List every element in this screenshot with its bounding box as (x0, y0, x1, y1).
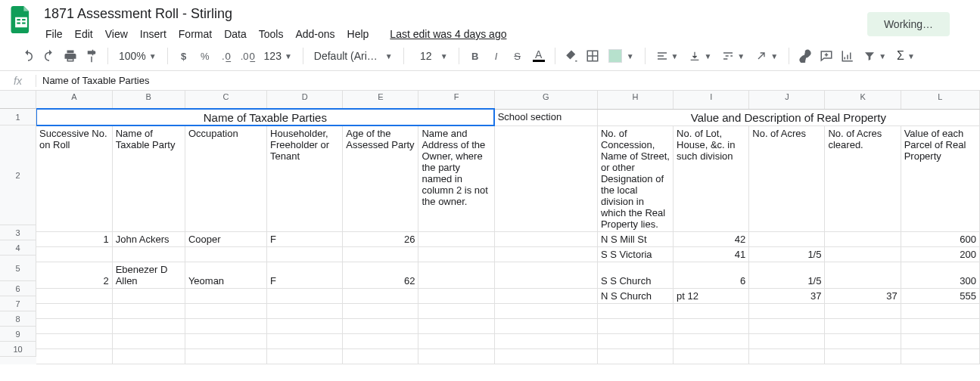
cell[interactable] (36, 333, 112, 348)
more-formats-dropdown[interactable]: 123▼ (260, 46, 297, 66)
cell[interactable]: Name and Address of the Owner, where the… (418, 125, 494, 231)
cell[interactable] (185, 246, 266, 262)
cell[interactable] (418, 246, 494, 262)
cell[interactable]: Occupation (185, 125, 266, 231)
cell[interactable] (749, 303, 825, 318)
cell[interactable] (112, 303, 185, 318)
row-header-9[interactable]: 9 (0, 327, 36, 342)
cell[interactable] (494, 303, 597, 318)
cell[interactable] (36, 318, 112, 333)
menu-view[interactable]: View (99, 25, 134, 43)
sheets-logo[interactable] (6, 5, 36, 35)
row-header-3[interactable]: 3 (0, 225, 36, 240)
cell[interactable] (597, 318, 673, 333)
col-header-B[interactable]: B (112, 91, 185, 109)
strike-icon[interactable]: S (508, 46, 527, 66)
cell[interactable] (267, 318, 343, 333)
menu-insert[interactable]: Insert (134, 25, 173, 43)
cell[interactable]: 1/5 (749, 246, 825, 262)
cell[interactable] (494, 333, 597, 348)
cell[interactable] (185, 303, 266, 318)
cell[interactable]: Cooper (185, 231, 266, 246)
formula-input[interactable]: Name of Taxable Parties (36, 75, 980, 86)
cell[interactable] (825, 333, 901, 348)
col-header-G[interactable]: G (494, 91, 597, 109)
cell[interactable]: Value of each Parcel of Real Property (901, 125, 979, 231)
menu-edit[interactable]: Edit (69, 25, 99, 43)
rotate-dropdown[interactable]: ▼ (751, 46, 782, 66)
cell[interactable] (674, 348, 749, 364)
row-header-1[interactable]: 1 (0, 109, 36, 125)
cell[interactable] (494, 262, 597, 288)
cell[interactable] (112, 318, 185, 333)
row-header-5[interactable]: 5 (0, 256, 36, 281)
col-header-L[interactable]: L (901, 91, 979, 109)
cell[interactable] (749, 318, 825, 333)
cell[interactable]: No. of Concession, Name of Street, or ot… (597, 125, 673, 231)
currency-icon[interactable]: $ (174, 46, 194, 66)
comment-icon[interactable] (817, 46, 836, 66)
col-header-K[interactable]: K (825, 91, 901, 109)
cell[interactable]: 1 (36, 231, 112, 246)
cell[interactable] (267, 246, 343, 262)
text-color-icon[interactable]: A (529, 46, 549, 66)
merge-dropdown[interactable]: ▼ (604, 46, 639, 66)
cell[interactable] (267, 303, 343, 318)
cell[interactable] (749, 231, 825, 246)
cell[interactable]: F (267, 231, 343, 246)
cell[interactable]: F (267, 262, 343, 288)
cell[interactable]: S S Church (597, 262, 673, 288)
cell[interactable] (494, 125, 597, 231)
cell[interactable] (597, 333, 673, 348)
cell[interactable] (749, 333, 825, 348)
row-header-8[interactable]: 8 (0, 311, 36, 327)
cell[interactable]: 41 (674, 246, 749, 262)
cell[interactable]: Age of the Assessed Party (343, 125, 418, 231)
row-header-10[interactable]: 10 (0, 342, 36, 357)
cell[interactable] (418, 348, 494, 364)
functions-dropdown[interactable]: Σ▼ (892, 46, 919, 66)
col-header-A[interactable]: A (36, 91, 112, 109)
cell[interactable]: 600 (901, 231, 979, 246)
cell[interactable]: No. of Acres cleared. (825, 125, 901, 231)
h-align-dropdown[interactable]: ▼ (652, 46, 683, 66)
col-header-D[interactable]: D (267, 91, 343, 109)
col-header-E[interactable]: E (343, 91, 418, 109)
cell[interactable] (901, 333, 979, 348)
cell[interactable] (36, 288, 112, 303)
cell[interactable] (343, 303, 418, 318)
print-icon[interactable] (61, 46, 80, 66)
cell[interactable] (597, 348, 673, 364)
redo-icon[interactable] (39, 46, 59, 66)
cell[interactable]: N S Mill St (597, 231, 673, 246)
cell[interactable] (185, 333, 266, 348)
cell[interactable]: 200 (901, 246, 979, 262)
cell[interactable] (825, 303, 901, 318)
cell[interactable]: pt 12 (674, 288, 749, 303)
fill-color-icon[interactable] (562, 46, 581, 66)
zoom-dropdown[interactable]: 100%▼ (114, 46, 161, 66)
bold-icon[interactable]: B (465, 46, 485, 66)
menu-data[interactable]: Data (218, 25, 253, 43)
col-header-J[interactable]: J (749, 91, 825, 109)
cell[interactable] (825, 231, 901, 246)
grid[interactable]: ABCDEFGHIJKL Name of Taxable PartiesScho… (36, 91, 980, 364)
italic-icon[interactable]: I (487, 46, 506, 66)
decrease-decimal-icon[interactable]: .0̲ (216, 46, 236, 66)
cell[interactable] (267, 348, 343, 364)
menu-help[interactable]: Help (341, 25, 375, 43)
cell[interactable]: John Ackers (112, 231, 185, 246)
select-all-corner[interactable] (0, 91, 36, 109)
cell[interactable]: Successive No. on Roll (36, 125, 112, 231)
cell[interactable] (494, 288, 597, 303)
cell[interactable] (418, 231, 494, 246)
cell[interactable]: 37 (749, 288, 825, 303)
cell[interactable] (343, 333, 418, 348)
cell[interactable] (418, 333, 494, 348)
cell[interactable] (185, 348, 266, 364)
filter-dropdown[interactable]: ▼ (859, 46, 891, 66)
cell[interactable] (674, 333, 749, 348)
percent-icon[interactable]: % (195, 46, 215, 66)
cell[interactable] (418, 318, 494, 333)
increase-decimal-icon[interactable]: .00̲ (238, 46, 258, 66)
